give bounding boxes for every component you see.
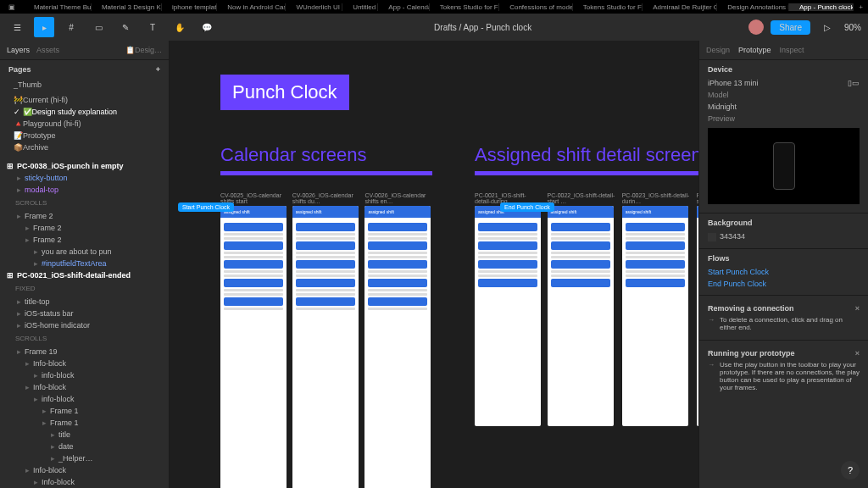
present-icon[interactable]: ▷ xyxy=(817,17,837,37)
layer-item[interactable]: ▸ iOS-home indicator xyxy=(0,319,169,331)
artboard[interactable]: assigned shift xyxy=(548,206,614,426)
tip-title: Removing a connection xyxy=(708,304,794,313)
help-icon[interactable]: ? xyxy=(841,461,860,480)
layer-item[interactable]: ▸ Info-block xyxy=(0,464,169,476)
device-label: Device xyxy=(708,65,860,74)
layer-item[interactable]: ▸ Info-block xyxy=(0,381,169,393)
tree-frame-header[interactable]: ⊞ PC-0038_iOS-punch in empty xyxy=(0,160,169,172)
layer-item[interactable]: ▸ info-block xyxy=(0,369,169,381)
layer-item[interactable]: ▸ title xyxy=(0,429,169,441)
layer-item[interactable]: ▸ Frame 2 xyxy=(0,210,169,222)
artboard[interactable]: assigned shift xyxy=(220,206,287,488)
tip-text: To delete a connection, click and drag o… xyxy=(708,313,860,335)
flow-start-badge[interactable]: End Punch Clock xyxy=(500,202,554,212)
figma-home-icon[interactable]: ▣ xyxy=(0,3,24,11)
close-icon[interactable]: × xyxy=(855,304,860,313)
tab-layers[interactable]: Layers xyxy=(7,46,30,54)
layer-item[interactable]: ▸ #inputfieldTextArea xyxy=(0,258,169,269)
browser-tab[interactable]: Material Theme Builder xyxy=(24,3,92,11)
layer-item[interactable]: ▸ Frame 1 xyxy=(0,405,169,417)
frame-tool-icon[interactable]: # xyxy=(61,17,81,37)
page-item[interactable]: 📝Prototype xyxy=(0,130,169,141)
tab-inspect[interactable]: Inspect xyxy=(780,46,804,54)
artboard-label[interactable]: PC-0023_iOS-shift-detail-durin… xyxy=(622,192,692,204)
layer-item[interactable]: ▸ iOS-status bar xyxy=(0,308,169,319)
flow-start-badge[interactable]: Start Punch Clock xyxy=(178,202,234,212)
layer-item[interactable]: ▸ Frame 2 xyxy=(0,222,169,234)
artboard[interactable]: assigned shift xyxy=(622,206,688,426)
shape-tool-icon[interactable]: ▭ xyxy=(88,17,108,37)
layer-item[interactable]: ▸ Frame 1 xyxy=(0,417,169,429)
background-value[interactable]: 343434 xyxy=(720,232,745,241)
browser-tab[interactable]: App - Calendar xyxy=(378,3,429,11)
section-heading: Calendar screens xyxy=(220,144,432,166)
move-tool-icon[interactable]: ▸ xyxy=(34,17,54,37)
layer-item[interactable]: ▸ Frame 19 xyxy=(0,346,169,358)
browser-tab[interactable]: Untitled xyxy=(342,3,378,11)
layer-item[interactable]: ▸ date xyxy=(0,441,169,452)
browser-tab[interactable]: Tokens Studio for Figma xyxy=(430,3,499,11)
browser-tabstrip: ▣ Material Theme BuilderMaterial 3 Desig… xyxy=(0,0,868,14)
device-preview xyxy=(708,128,860,204)
artboard-label[interactable]: CV-0026_iOS-calendar shifts en… xyxy=(364,192,432,204)
left-panel: Layers Assets 📋Desig… Pages+ _Thumb🚧Curr… xyxy=(0,41,170,488)
hand-tool-icon[interactable]: ✋ xyxy=(170,17,190,37)
flow-link[interactable]: Start Punch Clock xyxy=(708,266,860,278)
layer-item[interactable]: ▸ sticky-button xyxy=(0,172,169,184)
new-tab-button[interactable]: + xyxy=(854,3,868,11)
model-value[interactable]: Midnight xyxy=(708,103,737,111)
zoom-level[interactable]: 90% xyxy=(844,23,861,32)
browser-tab[interactable]: Confessions of modern … xyxy=(499,3,573,11)
artboard-label[interactable]: PC-0022_iOS-shift-detail-start … xyxy=(548,192,617,204)
browser-tab[interactable]: App - Punch clock× xyxy=(789,3,854,11)
orientation-icon[interactable]: ▯▭ xyxy=(848,79,860,87)
layer-item[interactable]: ▸ you are about to pun xyxy=(0,246,169,258)
layer-item[interactable]: ▸ Frame 2 xyxy=(0,234,169,246)
avatar[interactable] xyxy=(748,19,764,35)
artboard-label[interactable]: PC-0024_iOS-shift-detail-start … xyxy=(697,192,698,204)
layer-item[interactable]: ▸ title-top xyxy=(0,296,169,308)
artboard[interactable]: assigned shift xyxy=(292,206,359,488)
preview-label: Preview xyxy=(708,114,735,123)
browser-tab[interactable]: iphone templates xyxy=(162,3,217,11)
layer-item[interactable]: ▸ info-block xyxy=(0,393,169,405)
page-item[interactable]: _Thumb xyxy=(0,79,169,91)
close-icon[interactable]: × xyxy=(855,349,860,358)
page-item[interactable]: 🔺Playground (hi-fi) xyxy=(0,118,169,130)
text-tool-icon[interactable]: T xyxy=(142,17,163,37)
page-switcher[interactable]: 📋Desig… xyxy=(125,46,162,54)
page-title: Punch Clock xyxy=(220,75,349,110)
menu-icon[interactable]: ☰ xyxy=(7,17,27,37)
scrolls-label: SCROLLS xyxy=(0,331,169,346)
tree-frame-header[interactable]: ⊞ PC-0021_iOS-shift-detail-ended xyxy=(0,269,169,281)
tab-assets[interactable]: Assets xyxy=(36,46,59,54)
layer-item[interactable]: ▸ Info-block xyxy=(0,476,169,488)
artboard[interactable]: assigned shift xyxy=(475,206,541,426)
artboard[interactable]: assigned shift xyxy=(697,206,698,426)
layer-item[interactable]: ▸ _Helper… xyxy=(0,452,169,464)
browser-tab[interactable]: WUnderlich UI Kit xyxy=(286,3,342,11)
page-item[interactable]: 🚧Current (hi-fi) xyxy=(0,94,169,106)
flows-label: Flows xyxy=(708,254,860,263)
pen-tool-icon[interactable]: ✎ xyxy=(115,17,136,37)
browser-tab[interactable]: Now in Android Case St xyxy=(217,3,286,11)
page-item[interactable]: ✓ ✅Design study explanation xyxy=(0,106,169,118)
page-item[interactable]: 📦Archive xyxy=(0,141,169,153)
flow-link[interactable]: End Punch Clock xyxy=(708,278,860,290)
add-page-icon[interactable]: + xyxy=(156,65,160,74)
browser-tab[interactable]: Admiraal De Ruijter Cou… xyxy=(643,3,717,11)
artboard-label[interactable]: CV-0026_iOS-calendar shifts du… xyxy=(292,192,360,204)
layer-item[interactable]: ▸ Info-block xyxy=(0,358,169,369)
share-button[interactable]: Share xyxy=(771,20,810,35)
browser-tab[interactable]: Design Annotations Lib… xyxy=(717,3,789,11)
layer-item[interactable]: ▸ modal-top xyxy=(0,184,169,196)
artboard[interactable]: assigned shift xyxy=(364,206,431,488)
tab-prototype[interactable]: Prototype xyxy=(738,46,771,54)
breadcrumb[interactable]: Drafts / App - Punch clock xyxy=(217,23,748,32)
device-value[interactable]: iPhone 13 mini xyxy=(708,79,759,87)
browser-tab[interactable]: Material 3 Design Kit EC xyxy=(92,3,162,11)
canvas[interactable]: Punch Clock Calendar screens Start Punch… xyxy=(170,41,698,488)
tab-design[interactable]: Design xyxy=(706,46,730,54)
comment-tool-icon[interactable]: 💬 xyxy=(197,17,217,37)
browser-tab[interactable]: Tokens Studio for Figma xyxy=(573,3,643,11)
